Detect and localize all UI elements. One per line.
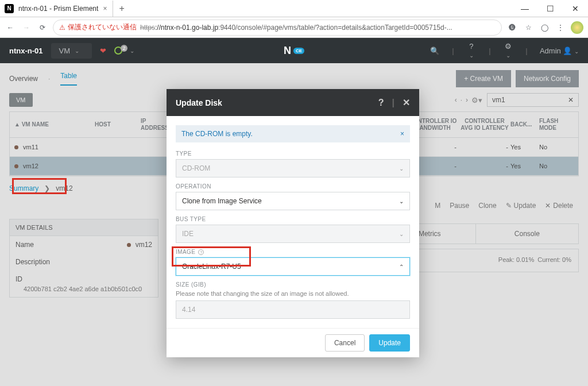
col-lat[interactable]: CONTROLLER AVG IO LATENCY: [459, 118, 510, 132]
size-input: 4.14: [176, 300, 410, 319]
vm-details-panel: VM DETAILS Namevm12 Description ID4200b7…: [9, 219, 158, 298]
search-icon[interactable]: 🔍: [430, 47, 440, 55]
search-value: vm1: [492, 96, 505, 104]
panel-header: VM DETAILS: [10, 219, 158, 236]
bus-select: IDE⌄: [176, 225, 410, 243]
label-size: SIZE (GIB): [176, 281, 410, 288]
user-menu[interactable]: Admin 👤 ⌄: [540, 47, 579, 55]
tab-favicon: N: [5, 4, 14, 13]
pager-next-icon[interactable]: ›: [466, 96, 468, 104]
translate-icon[interactable]: 🅖: [506, 24, 518, 32]
chevron-down-icon: ⌄: [399, 165, 404, 172]
tab-table[interactable]: Table: [60, 72, 77, 86]
update-disk-modal: Update Disk ? | ✕ The CD-ROM is empty. ×…: [167, 89, 419, 357]
browser-titlebar: N ntnx-n-01 - Prism Element × + — ☐ ✕: [0, 0, 588, 17]
chevron-down-icon: ⌄: [399, 231, 404, 237]
type-select: CD-ROM⌄: [176, 159, 410, 177]
prism-logo: NCE: [284, 45, 304, 57]
col-back[interactable]: BACK...: [510, 121, 539, 128]
window-minimize-icon[interactable]: —: [512, 1, 537, 17]
modal-close-icon[interactable]: ✕: [403, 97, 410, 108]
nav-forward-icon: →: [21, 24, 32, 32]
label-operation: OPERATION: [176, 183, 410, 190]
col-flash[interactable]: FLASH MODE: [539, 118, 574, 132]
cancel-button[interactable]: Cancel: [325, 334, 365, 352]
health-badge[interactable]: 2⌄: [114, 47, 134, 55]
modal-title: Update Disk: [176, 98, 222, 107]
prism-appbar: ntnx-n-01 VM⌄ ❤ 2⌄ NCE 🔍 | ? ⌄ | ⚙ ⌄ | A…: [0, 38, 588, 63]
vm-chip[interactable]: VM: [9, 93, 33, 107]
chevron-up-icon: ⌃: [399, 264, 404, 270]
account-icon[interactable]: ◯: [539, 24, 550, 32]
status-dot-icon: [14, 164, 18, 168]
profile-avatar[interactable]: [571, 21, 583, 34]
label-type: TYPE: [176, 150, 410, 157]
settings-gear-icon[interactable]: ⚙ ⌄: [503, 42, 513, 59]
cluster-name[interactable]: ntnx-n-01: [9, 47, 43, 55]
help-icon[interactable]: ? ⌄: [466, 42, 477, 59]
tab-overview[interactable]: Overview: [9, 75, 38, 83]
window-maximize-icon[interactable]: ☐: [537, 1, 563, 17]
action-clone[interactable]: Clone: [475, 202, 500, 210]
chevron-down-icon: ⌄: [399, 198, 404, 204]
col-host[interactable]: HOST: [95, 121, 141, 128]
highlight-image-select: [172, 246, 251, 267]
pager-prev-icon[interactable]: ‹: [455, 96, 457, 104]
operation-select[interactable]: Clone from Image Service⌄: [176, 192, 410, 210]
new-tab-button[interactable]: +: [113, 3, 130, 14]
cdrom-empty-alert: The CD-ROM is empty. ×: [176, 125, 410, 142]
action-update[interactable]: ✎Update: [502, 202, 540, 210]
page-tabs: Overview · Table + Create VM Network Con…: [9, 70, 579, 87]
clear-search-icon[interactable]: ✕: [568, 96, 574, 104]
action-m[interactable]: M: [431, 202, 444, 210]
size-note: Please note that changing the size of an…: [176, 290, 410, 297]
network-config-button[interactable]: Network Config: [516, 70, 579, 87]
highlight-vm12: [12, 178, 67, 194]
action-pause[interactable]: Pause: [446, 202, 473, 210]
window-close-icon[interactable]: ✕: [563, 1, 588, 17]
warning-icon: ⚠: [59, 24, 65, 32]
x-icon: ✕: [545, 202, 551, 210]
heart-icon[interactable]: ❤: [100, 47, 106, 55]
create-vm-button[interactable]: + Create VM: [456, 70, 511, 87]
table-search-input[interactable]: vm1 ✕: [487, 93, 579, 107]
tab-title: ntnx-n-01 - Prism Element: [18, 5, 98, 13]
col-vm-name[interactable]: ▲ VM NAME: [14, 121, 95, 128]
security-warning: 保護されていない通信: [68, 22, 137, 32]
address-bar[interactable]: ⚠保護されていない通信 https://ntnx-n-01.go-lab.jp:…: [53, 20, 502, 36]
menu-icon[interactable]: ⋮: [555, 24, 566, 32]
table-pager: ‹ · › ⚙▾: [455, 96, 482, 105]
table-settings-icon[interactable]: ⚙▾: [471, 96, 482, 105]
label-bus: BUS TYPE: [176, 216, 410, 222]
bookmark-icon[interactable]: ☆: [523, 24, 534, 32]
chevron-down-icon: ⌄: [75, 48, 79, 54]
tab-close-icon[interactable]: ×: [103, 5, 107, 13]
nav-back-icon[interactable]: ←: [5, 24, 16, 32]
update-button[interactable]: Update: [369, 334, 410, 352]
browser-tab[interactable]: N ntnx-n-01 - Prism Element ×: [0, 1, 113, 17]
browser-navbar: ← → ⟳ ⚠保護されていない通信 https://ntnx-n-01.go-l…: [0, 17, 588, 38]
alert-close-icon[interactable]: ×: [400, 130, 404, 138]
action-delete[interactable]: ✕Delete: [541, 202, 577, 210]
url-text: https://ntnx-n-01.go-lab.jp:9440/console…: [140, 24, 452, 32]
nav-reload-icon[interactable]: ⟳: [37, 24, 48, 32]
entity-menu[interactable]: VM⌄: [51, 43, 92, 59]
pencil-icon: ✎: [506, 202, 512, 210]
modal-help-icon[interactable]: ?: [378, 98, 384, 108]
status-dot-icon: [14, 145, 18, 149]
tab-console[interactable]: Console: [475, 224, 578, 244]
